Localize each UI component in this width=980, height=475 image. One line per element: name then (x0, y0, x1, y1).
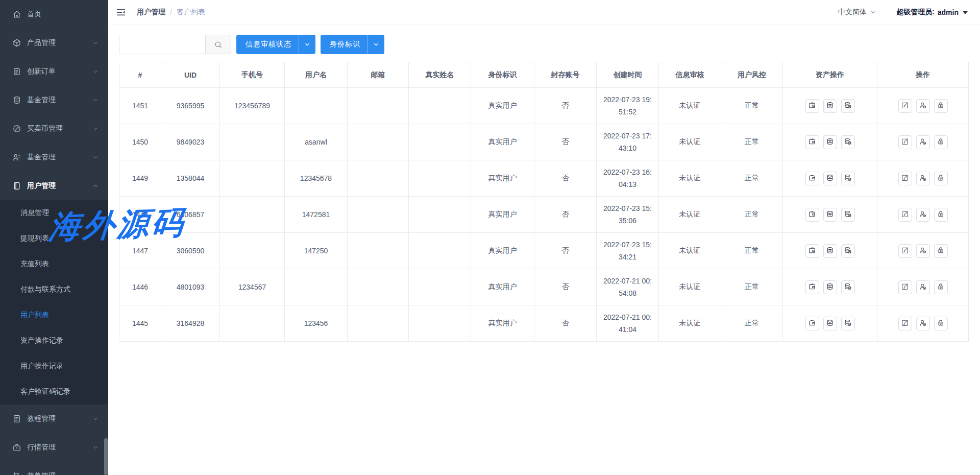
edit-button[interactable] (898, 280, 912, 294)
wallet-button[interactable] (805, 99, 819, 113)
cell-username (285, 269, 348, 305)
user-verify-button[interactable] (916, 172, 930, 185)
cell-asset-actions: $ (783, 124, 877, 160)
sidebar-item-home[interactable]: 首页 (0, 0, 108, 29)
user-verify-button[interactable] (916, 244, 930, 258)
wallet-icon (808, 137, 816, 147)
lock-icon (937, 101, 945, 111)
lock-button[interactable] (934, 172, 948, 185)
cell-review: 未认证 (659, 305, 721, 342)
sidebar-subitem[interactable]: 付款与联系方式 (0, 277, 108, 302)
sidebar-item-fund-user[interactable]: 基金管理 (0, 143, 108, 172)
sidebar-item-tutorial[interactable]: 教程管理 (0, 405, 108, 433)
coins-off-button[interactable] (841, 280, 855, 294)
lock-button[interactable] (934, 280, 948, 294)
coins-dollar-button[interactable]: $ (823, 208, 837, 222)
sidebar-subitem[interactable]: 客户验证码记录 (0, 379, 108, 405)
wallet-button[interactable] (805, 317, 819, 330)
filter-identity-button[interactable]: 身份标识 (321, 35, 384, 54)
user-verify-icon (919, 282, 927, 292)
breadcrumb-item-parent[interactable]: 用户管理 (137, 8, 165, 17)
user-verify-button[interactable] (916, 317, 930, 330)
top-header: 用户管理 / 客户列表 中文简体 超级管理员: admin (108, 0, 980, 25)
cell-risk: 正常 (721, 233, 783, 269)
lock-button[interactable] (934, 317, 948, 330)
cell-review: 未认证 (659, 124, 721, 160)
wallet-button[interactable] (805, 244, 819, 258)
created-time-line: 34:21 (597, 251, 658, 263)
column-header: 创建时间 (597, 62, 659, 88)
lock-button[interactable] (934, 244, 948, 258)
sidebar-subitem[interactable]: 用户操作记录 (0, 353, 108, 379)
sidebar-subitem[interactable]: 充值列表 (0, 251, 108, 277)
user-verify-button[interactable] (916, 208, 930, 222)
user-verify-button[interactable] (916, 280, 930, 294)
lock-button[interactable] (934, 208, 948, 222)
sidebar-item-product[interactable]: 产品管理 (0, 29, 108, 57)
admin-username: admin (938, 8, 959, 16)
created-time-line: 2022-07-23 15: (597, 202, 658, 215)
coins-off-button[interactable] (841, 244, 855, 258)
edit-button[interactable] (898, 135, 912, 149)
sidebar-subitem[interactable]: 用户列表 (0, 302, 108, 328)
coins-off-button[interactable] (841, 317, 855, 330)
sidebar-item-user-management[interactable]: 用户管理 (0, 172, 108, 200)
edit-button[interactable] (898, 208, 912, 222)
cell-uid: 3060590 (161, 233, 220, 269)
sidebar-item-label: 创新订单 (27, 67, 92, 76)
sidebar-menu: 首页产品管理创新订单基金管理买卖币管理基金管理用户管理消息管理提现列表充值列表付… (0, 0, 108, 475)
wallet-button[interactable] (805, 208, 819, 222)
coins-dollar-icon: $ (826, 282, 834, 292)
filter-review-status-button[interactable]: 信息审核状态 (236, 35, 315, 54)
created-time-line: 35:06 (597, 215, 658, 227)
admin-dropdown[interactable]: 超级管理员: admin (896, 8, 968, 17)
user-verify-button[interactable] (916, 99, 930, 113)
coins-off-button[interactable] (841, 172, 855, 185)
cell-identity: 真实用户 (471, 124, 534, 160)
wallet-icon (808, 319, 816, 328)
cell-row-actions (877, 269, 969, 305)
table-row: 14473060590147250真实用户否2022-07-23 15:34:2… (119, 233, 969, 269)
coins-off-button[interactable] (841, 208, 855, 222)
coins-off-button[interactable] (841, 135, 855, 149)
wallet-button[interactable] (805, 280, 819, 294)
coins-dollar-icon: $ (826, 246, 834, 256)
coins-dollar-button[interactable]: $ (823, 99, 837, 113)
sidebar-subitem[interactable]: 提现列表 (0, 226, 108, 251)
table-row: 144863068571472581真实用户否2022-07-23 15:35:… (119, 197, 969, 233)
edit-button[interactable] (898, 244, 912, 258)
sidebar-item-market[interactable]: 行情管理 (0, 433, 108, 462)
table-row: 14453164928123456真实用户否2022-07-21 00:41:0… (119, 305, 969, 342)
lock-button[interactable] (934, 135, 948, 149)
coins-dollar-button[interactable]: $ (823, 172, 837, 185)
sidebar-item-menu-management[interactable]: 菜单管理 (0, 462, 108, 475)
sidebar-item-fund-coins[interactable]: 基金管理 (0, 86, 108, 114)
sidebar-item-coin-trade[interactable]: 买卖币管理 (0, 114, 108, 143)
collapse-menu-icon[interactable] (115, 7, 127, 18)
coins-dollar-button[interactable]: $ (823, 135, 837, 149)
sidebar-subitem[interactable]: 消息管理 (0, 200, 108, 226)
coins-dollar-button[interactable]: $ (823, 317, 837, 330)
lock-button[interactable] (934, 99, 948, 113)
cell-asset-actions: $ (783, 305, 877, 342)
sidebar-subitem[interactable]: 资产操作记录 (0, 328, 108, 353)
sidebar-item-innovation-order[interactable]: 创新订单 (0, 57, 108, 86)
breadcrumb-item-current[interactable]: 客户列表 (177, 8, 205, 17)
wallet-button[interactable] (805, 135, 819, 149)
search-button[interactable] (205, 35, 231, 54)
edit-button[interactable] (898, 317, 912, 330)
chevron-down-icon (92, 472, 99, 475)
coins-off-button[interactable] (841, 99, 855, 113)
edit-button[interactable] (898, 99, 912, 113)
cell-uid: 9365995 (161, 88, 220, 124)
coins-dollar-button[interactable]: $ (823, 280, 837, 294)
edit-button[interactable] (898, 172, 912, 185)
created-time-line: 2022-07-23 17: (597, 130, 658, 142)
coins-off-icon (844, 174, 852, 183)
sidebar-scrollbar-thumb[interactable] (104, 438, 108, 475)
search-input[interactable] (119, 35, 205, 54)
coins-dollar-button[interactable]: $ (823, 244, 837, 258)
user-verify-button[interactable] (916, 135, 930, 149)
wallet-button[interactable] (805, 172, 819, 185)
language-selector[interactable]: 中文简体 (838, 8, 877, 17)
